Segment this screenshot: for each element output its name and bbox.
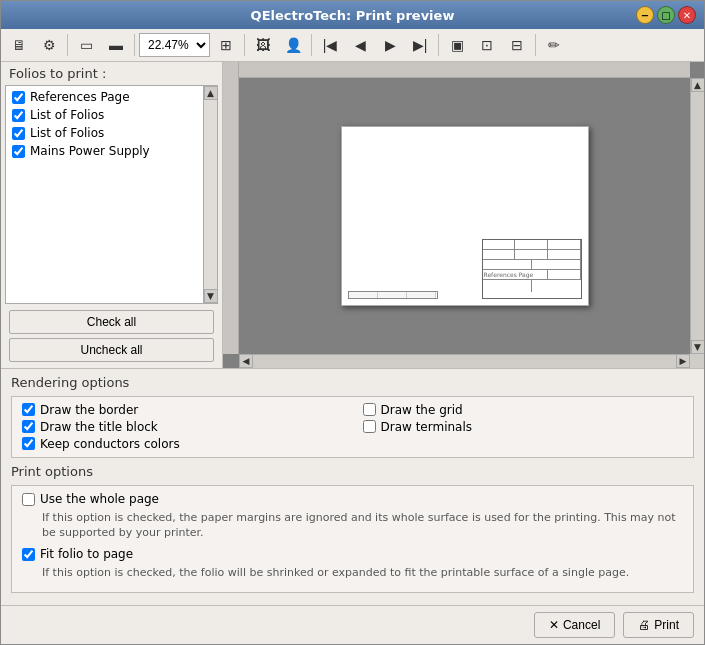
uncheck-all-button[interactable]: Uncheck all xyxy=(9,338,214,362)
option-grid: Draw the grid xyxy=(363,403,684,417)
folio-checkbox-3[interactable] xyxy=(12,145,25,158)
fit-page-option: Fit folio to page xyxy=(22,547,683,561)
preview-scroll-right[interactable]: ▶ xyxy=(676,354,690,368)
toolbar-separator-4 xyxy=(311,34,312,56)
close-button[interactable]: ✕ xyxy=(678,6,696,24)
folios-header: Folios to print : xyxy=(1,62,222,85)
whole-page-checkbox[interactable] xyxy=(22,493,35,506)
preview-scroll-down[interactable]: ▼ xyxy=(691,340,705,354)
edit-icon[interactable]: ✏ xyxy=(540,32,568,58)
folio-checkbox-0[interactable] xyxy=(12,91,25,104)
cancel-button[interactable]: ✕ Cancel xyxy=(534,612,615,638)
folio-checkbox-1[interactable] xyxy=(12,109,25,122)
prev-page-button[interactable]: ◀ xyxy=(346,32,374,58)
title-block-cell xyxy=(548,240,581,249)
toolbar-separator-5 xyxy=(438,34,439,56)
title-block-cell xyxy=(483,250,516,259)
print-button[interactable]: 🖨 Print xyxy=(623,612,694,638)
single-page-icon[interactable]: ▣ xyxy=(443,32,471,58)
monitor-icon[interactable]: 🖥 xyxy=(5,32,33,58)
toolbar-separator-1 xyxy=(67,34,68,56)
check-all-button[interactable]: Check all xyxy=(9,310,214,334)
option-terminals: Draw terminals xyxy=(363,420,684,434)
person-icon[interactable]: 👤 xyxy=(279,32,307,58)
fit-page-checkbox[interactable] xyxy=(22,548,35,561)
scroll-up-arrow[interactable]: ▲ xyxy=(204,86,218,100)
titleblock-checkbox[interactable] xyxy=(22,420,35,433)
maximize-button[interactable]: □ xyxy=(657,6,675,24)
toolbar: 🖥 ⚙ ▭ ▬ 22.47% ⊞ 🖼 👤 |◀ ◀ ▶ ▶| ▣ ⊡ ⊟ ✏ xyxy=(1,29,704,62)
options-icon[interactable]: ⚙ xyxy=(35,32,63,58)
option-titleblock: Draw the title block xyxy=(22,420,343,434)
folio-scrollbar: ▲ ▼ xyxy=(203,86,217,303)
option-colors: Keep conductors colors xyxy=(22,437,343,451)
preview-vscroll: ▲ ▼ xyxy=(690,78,704,354)
grid-checkbox[interactable] xyxy=(363,403,376,416)
title-block: References Page xyxy=(482,239,582,299)
list-item[interactable]: List of Folios xyxy=(6,106,203,124)
preview-content: References Page xyxy=(239,78,690,354)
page-preview: References Page xyxy=(341,126,589,306)
folio-buttons: Check all Uncheck all xyxy=(1,304,222,368)
rendering-options: Draw the border Draw the grid Draw the t… xyxy=(11,396,694,458)
zoom-select[interactable]: 22.47% xyxy=(139,33,210,57)
preview-scroll-up[interactable]: ▲ xyxy=(691,78,705,92)
title-block-row-2 xyxy=(483,250,581,260)
folio-label-3: Mains Power Supply xyxy=(30,144,150,158)
title-block-cell xyxy=(515,250,548,259)
portrait-icon[interactable]: ▭ xyxy=(72,32,100,58)
folio-list: References Page List of Folios List of F… xyxy=(6,86,203,303)
folio-label-0: References Page xyxy=(30,90,130,104)
list-item[interactable]: List of Folios xyxy=(6,124,203,142)
multi-page-icon[interactable]: ⊟ xyxy=(503,32,531,58)
last-page-button[interactable]: ▶| xyxy=(406,32,434,58)
cancel-icon: ✕ xyxy=(549,618,559,632)
fit-page-description: If this option is checked, the folio wil… xyxy=(42,565,683,580)
window-controls: − □ ✕ xyxy=(636,6,696,24)
title-block-cell xyxy=(532,280,581,292)
ruler-vertical xyxy=(223,62,239,354)
minimize-button[interactable]: − xyxy=(636,6,654,24)
bottom-panel: Rendering options Draw the border Draw t… xyxy=(1,368,704,605)
terminals-checkbox[interactable] xyxy=(363,420,376,433)
print-icon: 🖨 xyxy=(638,618,650,632)
title-block-cell xyxy=(483,240,516,249)
title-block-cell: References Page xyxy=(483,270,549,279)
title-block-cell xyxy=(483,260,532,269)
title-block-cell xyxy=(548,270,580,279)
colors-checkbox[interactable] xyxy=(22,437,35,450)
landscape-icon[interactable]: ▬ xyxy=(102,32,130,58)
left-panel: Folios to print : References Page List o… xyxy=(1,62,223,368)
border-checkbox[interactable] xyxy=(22,403,35,416)
scroll-down-arrow[interactable]: ▼ xyxy=(204,289,218,303)
zoom-mode-icon[interactable]: ⊞ xyxy=(212,32,240,58)
border-label: Draw the border xyxy=(40,403,138,417)
list-item[interactable]: References Page xyxy=(6,88,203,106)
titleblock-label: Draw the title block xyxy=(40,420,158,434)
folio-checkbox-2[interactable] xyxy=(12,127,25,140)
dialog-footer: ✕ Cancel 🖨 Print xyxy=(1,605,704,644)
colors-label: Keep conductors colors xyxy=(40,437,180,451)
window-title: QElectroTech: Print preview xyxy=(69,8,636,23)
option-border: Draw the border xyxy=(22,403,343,417)
title-block-row-5 xyxy=(483,280,581,292)
rendering-title: Rendering options xyxy=(11,375,694,390)
terminals-label: Draw terminals xyxy=(381,420,473,434)
bottom-seg xyxy=(378,292,407,298)
ruler-horizontal xyxy=(223,62,690,78)
title-block-cell xyxy=(515,240,548,249)
toolbar-separator-2 xyxy=(134,34,135,56)
print-options-panel: Use the whole page If this option is che… xyxy=(11,485,694,593)
title-block-row-1 xyxy=(483,240,581,250)
main-content: Folios to print : References Page List o… xyxy=(1,62,704,368)
two-page-icon[interactable]: ⊡ xyxy=(473,32,501,58)
preview-scroll-left[interactable]: ◀ xyxy=(239,354,253,368)
image-icon[interactable]: 🖼 xyxy=(249,32,277,58)
first-page-button[interactable]: |◀ xyxy=(316,32,344,58)
preview-area: References Page xyxy=(223,62,704,368)
window: QElectroTech: Print preview − □ ✕ 🖥 ⚙ ▭ … xyxy=(0,0,705,645)
list-item[interactable]: Mains Power Supply xyxy=(6,142,203,160)
next-page-button[interactable]: ▶ xyxy=(376,32,404,58)
toolbar-separator-3 xyxy=(244,34,245,56)
grid-label: Draw the grid xyxy=(381,403,463,417)
